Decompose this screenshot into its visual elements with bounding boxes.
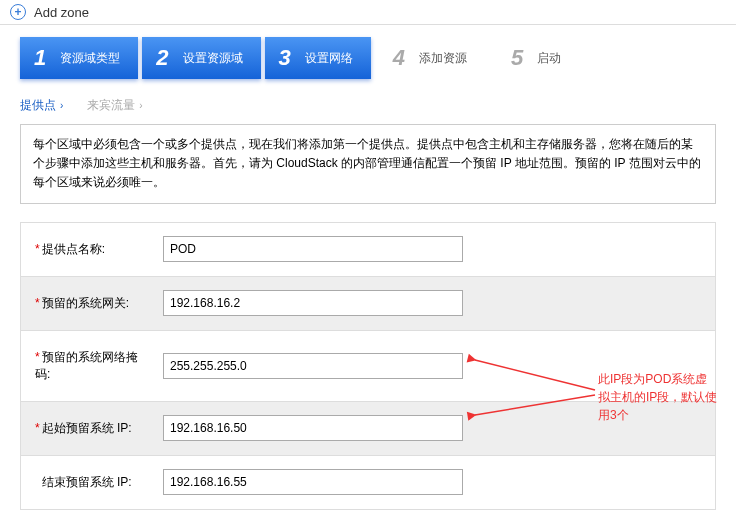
- label-gateway: *预留的系统网关:: [21, 277, 151, 330]
- step-3-label: 设置网络: [305, 50, 353, 67]
- row-gateway: *预留的系统网关:: [21, 277, 715, 331]
- tab-guest-label: 来宾流量: [87, 97, 135, 114]
- step-4-num: 4: [393, 45, 405, 71]
- tab-guest-traffic[interactable]: 来宾流量 ›: [87, 97, 142, 114]
- step-bar: 1 资源域类型 2 设置资源域 3 设置网络 4 添加资源 5 启动: [0, 25, 736, 91]
- row-pod-name: *提供点名称:: [21, 223, 715, 277]
- input-pod-name[interactable]: [163, 236, 463, 262]
- chevron-right-icon: ›: [139, 100, 142, 111]
- add-icon: +: [10, 4, 26, 20]
- step-5-num: 5: [511, 45, 523, 71]
- label-pod-name: *提供点名称:: [21, 223, 151, 276]
- tab-pod[interactable]: 提供点 ›: [20, 97, 63, 114]
- sub-tabs: 提供点 › 来宾流量 ›: [0, 91, 736, 118]
- input-end-ip[interactable]: [163, 469, 463, 495]
- step-5-label: 启动: [537, 50, 561, 67]
- step-2[interactable]: 2 设置资源域: [142, 37, 260, 79]
- step-3-num: 3: [279, 45, 291, 71]
- input-netmask[interactable]: [163, 353, 463, 379]
- pod-form: *提供点名称: *预留的系统网关: *预留的系统网络掩码: *起始预留系统 IP…: [20, 222, 716, 510]
- input-gateway[interactable]: [163, 290, 463, 316]
- step-2-num: 2: [156, 45, 168, 71]
- step-1-num: 1: [34, 45, 46, 71]
- annotation-text: 此IP段为POD系统虚拟主机的IP段，默认使用3个: [598, 370, 718, 424]
- input-start-ip[interactable]: [163, 415, 463, 441]
- row-end-ip: *结束预留系统 IP:: [21, 456, 715, 510]
- step-4: 4 添加资源: [375, 37, 489, 79]
- wizard-header: + Add zone: [0, 0, 736, 25]
- label-netmask: *预留的系统网络掩码:: [21, 331, 151, 401]
- step-3[interactable]: 3 设置网络: [265, 37, 371, 79]
- step-1[interactable]: 1 资源域类型: [20, 37, 138, 79]
- step-5: 5 启动: [493, 37, 583, 79]
- step-1-label: 资源域类型: [60, 50, 120, 67]
- info-description: 每个区域中必须包含一个或多个提供点，现在我们将添加第一个提供点。提供点中包含主机…: [20, 124, 716, 204]
- step-2-label: 设置资源域: [183, 50, 243, 67]
- tab-pod-label: 提供点: [20, 97, 56, 114]
- label-start-ip: *起始预留系统 IP:: [21, 402, 151, 455]
- step-4-label: 添加资源: [419, 50, 467, 67]
- label-end-ip: *结束预留系统 IP:: [21, 456, 151, 509]
- wizard-title: Add zone: [34, 5, 89, 20]
- chevron-right-icon: ›: [60, 100, 63, 111]
